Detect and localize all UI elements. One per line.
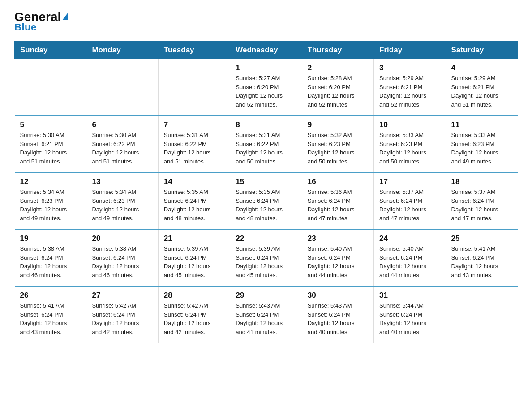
day-number: 10 xyxy=(379,120,441,129)
day-info: Sunrise: 5:39 AM Sunset: 6:24 PM Dayligh… xyxy=(236,244,297,279)
day-number: 29 xyxy=(236,291,297,300)
calendar-cell: 15Sunrise: 5:35 AM Sunset: 6:24 PM Dayli… xyxy=(230,172,302,229)
day-info: Sunrise: 5:36 AM Sunset: 6:24 PM Dayligh… xyxy=(308,188,369,223)
day-info: Sunrise: 5:34 AM Sunset: 6:23 PM Dayligh… xyxy=(92,188,153,223)
day-number: 13 xyxy=(92,177,153,186)
day-number: 7 xyxy=(164,120,225,129)
day-info: Sunrise: 5:40 AM Sunset: 6:24 PM Dayligh… xyxy=(379,244,441,279)
calendar-cell: 29Sunrise: 5:43 AM Sunset: 6:24 PM Dayli… xyxy=(230,286,302,343)
calendar-cell: 31Sunrise: 5:44 AM Sunset: 6:24 PM Dayli… xyxy=(374,286,446,343)
weekday-header-thursday: Thursday xyxy=(302,42,373,59)
day-info: Sunrise: 5:43 AM Sunset: 6:24 PM Dayligh… xyxy=(308,301,369,336)
day-info: Sunrise: 5:42 AM Sunset: 6:24 PM Dayligh… xyxy=(92,301,153,336)
day-info: Sunrise: 5:31 AM Sunset: 6:22 PM Dayligh… xyxy=(164,131,225,166)
day-info: Sunrise: 5:37 AM Sunset: 6:24 PM Dayligh… xyxy=(379,188,441,223)
calendar-cell: 12Sunrise: 5:34 AM Sunset: 6:23 PM Dayli… xyxy=(15,172,86,229)
day-info: Sunrise: 5:39 AM Sunset: 6:24 PM Dayligh… xyxy=(164,244,225,279)
day-number: 28 xyxy=(164,291,225,300)
day-number: 12 xyxy=(20,177,82,186)
day-number: 31 xyxy=(379,291,441,300)
calendar-cell: 3Sunrise: 5:29 AM Sunset: 6:21 PM Daylig… xyxy=(374,59,446,116)
calendar-week-row: 1Sunrise: 5:27 AM Sunset: 6:20 PM Daylig… xyxy=(15,59,518,116)
day-number: 20 xyxy=(92,234,153,243)
day-number: 2 xyxy=(308,64,369,73)
day-info: Sunrise: 5:30 AM Sunset: 6:22 PM Dayligh… xyxy=(92,131,153,166)
day-number: 26 xyxy=(20,291,82,300)
calendar-cell: 1Sunrise: 5:27 AM Sunset: 6:20 PM Daylig… xyxy=(230,59,302,116)
day-number: 15 xyxy=(236,177,297,186)
day-number: 9 xyxy=(308,120,369,129)
day-info: Sunrise: 5:37 AM Sunset: 6:24 PM Dayligh… xyxy=(451,188,513,223)
day-info: Sunrise: 5:44 AM Sunset: 6:24 PM Dayligh… xyxy=(379,301,441,336)
calendar-cell: 21Sunrise: 5:39 AM Sunset: 6:24 PM Dayli… xyxy=(158,229,230,286)
calendar-week-row: 12Sunrise: 5:34 AM Sunset: 6:23 PM Dayli… xyxy=(15,172,518,229)
weekday-header-row: SundayMondayTuesdayWednesdayThursdayFrid… xyxy=(15,42,518,59)
page-header: General Blue xyxy=(14,11,518,33)
calendar-week-row: 19Sunrise: 5:38 AM Sunset: 6:24 PM Dayli… xyxy=(15,229,518,286)
day-info: Sunrise: 5:41 AM Sunset: 6:24 PM Dayligh… xyxy=(20,301,82,336)
day-info: Sunrise: 5:38 AM Sunset: 6:24 PM Dayligh… xyxy=(92,244,153,279)
calendar-week-row: 26Sunrise: 5:41 AM Sunset: 6:24 PM Dayli… xyxy=(15,286,518,343)
calendar-week-row: 5Sunrise: 5:30 AM Sunset: 6:21 PM Daylig… xyxy=(15,116,518,172)
day-number: 24 xyxy=(379,234,441,243)
calendar-cell: 2Sunrise: 5:28 AM Sunset: 6:20 PM Daylig… xyxy=(302,59,373,116)
calendar-cell: 4Sunrise: 5:29 AM Sunset: 6:21 PM Daylig… xyxy=(446,59,517,116)
calendar-cell: 17Sunrise: 5:37 AM Sunset: 6:24 PM Dayli… xyxy=(374,172,446,229)
day-number: 16 xyxy=(308,177,369,186)
logo-arrow-icon xyxy=(62,13,68,20)
day-info: Sunrise: 5:35 AM Sunset: 6:24 PM Dayligh… xyxy=(164,188,225,223)
logo: General Blue xyxy=(14,11,68,33)
calendar-cell: 5Sunrise: 5:30 AM Sunset: 6:21 PM Daylig… xyxy=(15,116,86,172)
day-info: Sunrise: 5:38 AM Sunset: 6:24 PM Dayligh… xyxy=(20,244,82,279)
calendar-cell: 19Sunrise: 5:38 AM Sunset: 6:24 PM Dayli… xyxy=(15,229,86,286)
weekday-header-wednesday: Wednesday xyxy=(230,42,302,59)
day-number: 6 xyxy=(92,120,153,129)
day-number: 5 xyxy=(20,120,82,129)
calendar-cell: 14Sunrise: 5:35 AM Sunset: 6:24 PM Dayli… xyxy=(158,172,230,229)
calendar-cell xyxy=(446,286,517,343)
day-number: 18 xyxy=(451,177,513,186)
calendar-cell: 24Sunrise: 5:40 AM Sunset: 6:24 PM Dayli… xyxy=(374,229,446,286)
day-number: 22 xyxy=(236,234,297,243)
day-info: Sunrise: 5:34 AM Sunset: 6:23 PM Dayligh… xyxy=(20,188,82,223)
weekday-header-tuesday: Tuesday xyxy=(158,42,230,59)
day-number: 25 xyxy=(451,234,513,243)
day-info: Sunrise: 5:42 AM Sunset: 6:24 PM Dayligh… xyxy=(164,301,225,336)
day-info: Sunrise: 5:35 AM Sunset: 6:24 PM Dayligh… xyxy=(236,188,297,223)
day-info: Sunrise: 5:28 AM Sunset: 6:20 PM Dayligh… xyxy=(308,74,369,109)
calendar-cell: 11Sunrise: 5:33 AM Sunset: 6:23 PM Dayli… xyxy=(446,116,517,172)
calendar-cell: 30Sunrise: 5:43 AM Sunset: 6:24 PM Dayli… xyxy=(302,286,373,343)
weekday-header-sunday: Sunday xyxy=(15,42,86,59)
calendar-cell: 13Sunrise: 5:34 AM Sunset: 6:23 PM Dayli… xyxy=(86,172,158,229)
day-number: 1 xyxy=(236,64,297,73)
day-info: Sunrise: 5:43 AM Sunset: 6:24 PM Dayligh… xyxy=(236,301,297,336)
calendar-cell: 6Sunrise: 5:30 AM Sunset: 6:22 PM Daylig… xyxy=(86,116,158,172)
calendar-cell: 7Sunrise: 5:31 AM Sunset: 6:22 PM Daylig… xyxy=(158,116,230,172)
day-info: Sunrise: 5:33 AM Sunset: 6:23 PM Dayligh… xyxy=(379,131,441,166)
calendar-cell: 9Sunrise: 5:32 AM Sunset: 6:23 PM Daylig… xyxy=(302,116,373,172)
calendar-cell: 26Sunrise: 5:41 AM Sunset: 6:24 PM Dayli… xyxy=(15,286,86,343)
day-info: Sunrise: 5:33 AM Sunset: 6:23 PM Dayligh… xyxy=(451,131,513,166)
calendar-cell: 10Sunrise: 5:33 AM Sunset: 6:23 PM Dayli… xyxy=(374,116,446,172)
calendar-cell: 25Sunrise: 5:41 AM Sunset: 6:24 PM Dayli… xyxy=(446,229,517,286)
calendar-cell: 8Sunrise: 5:31 AM Sunset: 6:22 PM Daylig… xyxy=(230,116,302,172)
day-number: 21 xyxy=(164,234,225,243)
calendar-cell: 18Sunrise: 5:37 AM Sunset: 6:24 PM Dayli… xyxy=(446,172,517,229)
day-number: 30 xyxy=(308,291,369,300)
day-number: 11 xyxy=(451,120,513,129)
weekday-header-friday: Friday xyxy=(374,42,446,59)
day-number: 19 xyxy=(20,234,82,243)
calendar-cell: 16Sunrise: 5:36 AM Sunset: 6:24 PM Dayli… xyxy=(302,172,373,229)
day-info: Sunrise: 5:41 AM Sunset: 6:24 PM Dayligh… xyxy=(451,244,513,279)
day-number: 4 xyxy=(451,64,513,73)
day-info: Sunrise: 5:29 AM Sunset: 6:21 PM Dayligh… xyxy=(451,74,513,109)
day-info: Sunrise: 5:27 AM Sunset: 6:20 PM Dayligh… xyxy=(236,74,297,109)
day-number: 8 xyxy=(236,120,297,129)
calendar-cell: 28Sunrise: 5:42 AM Sunset: 6:24 PM Dayli… xyxy=(158,286,230,343)
logo-blue-text: Blue xyxy=(14,21,37,33)
day-info: Sunrise: 5:29 AM Sunset: 6:21 PM Dayligh… xyxy=(379,74,441,109)
weekday-header-monday: Monday xyxy=(86,42,158,59)
weekday-header-saturday: Saturday xyxy=(446,42,517,59)
day-info: Sunrise: 5:32 AM Sunset: 6:23 PM Dayligh… xyxy=(308,131,369,166)
calendar-cell: 22Sunrise: 5:39 AM Sunset: 6:24 PM Dayli… xyxy=(230,229,302,286)
